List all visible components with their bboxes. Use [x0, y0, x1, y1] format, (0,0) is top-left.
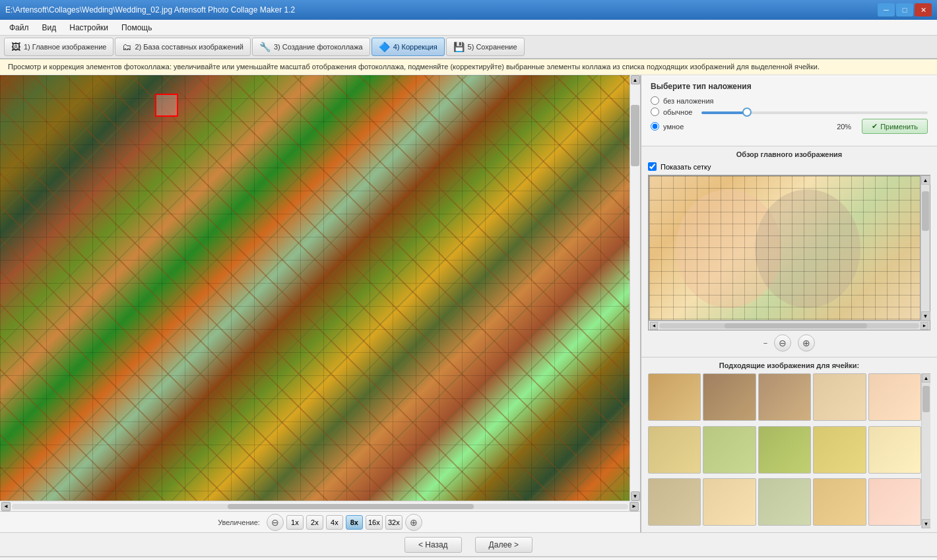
zoom-2x-button[interactable]: 2x: [306, 515, 323, 530]
minimize-button[interactable]: ─: [878, 3, 895, 16]
matching-section: Подходящие изображения для ячейки:: [641, 358, 937, 532]
maximize-button[interactable]: □: [896, 3, 913, 16]
canvas-scroll-up[interactable]: ▲: [631, 75, 640, 84]
toolbar-step1[interactable]: 🖼 1) Главное изображение: [4, 38, 113, 56]
step5-icon: 💾: [453, 42, 465, 52]
overlay-smart-row: умное 20% ✔ Применить: [651, 119, 928, 134]
step5-label: 5) Сохранение: [468, 43, 517, 51]
close-button[interactable]: ✕: [915, 3, 932, 16]
menu-file[interactable]: Файл: [3, 22, 36, 34]
menu-settings[interactable]: Настройки: [63, 22, 115, 34]
statusbar: f Like 🐦 Follow YouTube P 📷 🖼 Количество…: [0, 556, 937, 560]
toolbar-step3[interactable]: 🔧 3) Создание фотоколлажа: [252, 38, 370, 56]
matching-vscroll: ▲ ▼: [921, 373, 930, 528]
match-thumb-4[interactable]: [813, 373, 866, 421]
preview-zoom-row: − ⊖ ⊕: [648, 330, 930, 353]
preview-zoom-out[interactable]: ⊖: [774, 334, 791, 352]
step1-label: 1) Главное изображение: [24, 43, 106, 51]
match-thumb-1[interactable]: [648, 373, 701, 421]
toolbar-step2[interactable]: 🗂 2) База составных изображений: [115, 38, 250, 56]
match-thumb-15[interactable]: [868, 478, 921, 526]
forward-button[interactable]: Далее >: [475, 537, 533, 553]
collage-grid: [0, 75, 630, 501]
canvas-vscroll-thumb[interactable]: [631, 105, 639, 166]
zoom-decrease-button[interactable]: ⊖: [267, 514, 284, 531]
apply-button[interactable]: ✔ Применить: [862, 119, 928, 134]
canvas-inner: [0, 75, 630, 501]
match-thumb-12[interactable]: [703, 478, 756, 526]
canvas-scroll[interactable]: [0, 75, 630, 501]
selected-cell[interactable]: [155, 94, 178, 117]
zoom-32x-button[interactable]: 32x: [385, 515, 403, 530]
match-thumb-7[interactable]: [703, 426, 756, 474]
overlay-none-radio[interactable]: [651, 96, 659, 105]
overlay-normal-radio[interactable]: [651, 108, 659, 116]
step2-icon: 🗂: [122, 42, 131, 52]
canvas-hscroll: ◄ ►: [0, 501, 640, 511]
matching-container: ▲ ▼: [648, 373, 930, 528]
matching-scroll-up[interactable]: ▲: [922, 373, 931, 383]
match-thumb-10[interactable]: [868, 426, 921, 474]
canvas-scroll-left[interactable]: ◄: [1, 502, 11, 511]
matching-vscroll-thumb[interactable]: [922, 386, 930, 412]
preview-hscroll: ◄ ►: [649, 321, 930, 330]
canvas-hscroll-thumb[interactable]: [228, 504, 474, 509]
zoom-16x-button[interactable]: 16x: [366, 515, 383, 530]
preview-zoom-in[interactable]: ⊕: [798, 334, 815, 352]
matching-grid: [648, 373, 921, 528]
preview-vscroll-track: [921, 185, 930, 311]
back-button[interactable]: < Назад: [404, 537, 462, 553]
toolbar: 🖼 1) Главное изображение 🗂 2) База соста…: [0, 36, 937, 59]
preview-scroll-up[interactable]: ▲: [921, 175, 930, 185]
match-thumb-8[interactable]: [758, 426, 811, 474]
zoom-8x-button[interactable]: 8x: [346, 515, 363, 530]
matching-vscroll-track: [922, 383, 930, 519]
zoom-increase-button[interactable]: ⊕: [405, 514, 422, 531]
preview-scroll-left[interactable]: ◄: [650, 322, 658, 330]
zoom-1x-button[interactable]: 1x: [286, 515, 304, 530]
zoom-label: Увеличение:: [218, 518, 260, 526]
matching-scroll-down[interactable]: ▼: [922, 519, 931, 528]
show-grid-checkbox[interactable]: [648, 162, 657, 171]
match-thumb-13[interactable]: [758, 478, 811, 526]
slider-fill: [701, 111, 747, 114]
toolbar-step5[interactable]: 💾 5) Сохранение: [446, 38, 525, 56]
preview-section: Обзор главного изображения Показать сетк…: [641, 146, 937, 358]
preview-scroll-down[interactable]: ▼: [921, 311, 930, 321]
match-thumb-9[interactable]: [813, 426, 866, 474]
canvas-scroll-right[interactable]: ►: [630, 502, 639, 511]
menu-view[interactable]: Вид: [36, 22, 63, 34]
overlay-slider[interactable]: [701, 111, 928, 114]
slider-thumb[interactable]: [742, 108, 752, 117]
title-text: E:\Artensoft\Collages\Wedding\Wedding_02…: [5, 5, 878, 15]
match-thumb-6[interactable]: [648, 426, 701, 474]
show-grid-row: Показать сетку: [648, 162, 930, 171]
preview-vscroll-thumb[interactable]: [922, 191, 929, 231]
preview-container: ▲ ▼ ◄ ►: [648, 175, 930, 330]
menu-help[interactable]: Помощь: [115, 22, 158, 34]
preview-inner: ▲ ▼: [649, 175, 930, 321]
canvas-vscroll[interactable]: ▲ ▼: [630, 75, 640, 501]
preview-hscroll-thumb[interactable]: [725, 323, 868, 328]
match-thumb-2[interactable]: [703, 373, 756, 421]
overlay-smart-label: умное: [663, 123, 684, 131]
toolbar-step4[interactable]: 🔷 4) Коррекция: [372, 38, 445, 56]
collage-background: [0, 75, 630, 501]
match-thumb-3[interactable]: [758, 373, 811, 421]
step4-icon: 🔷: [379, 42, 390, 52]
show-grid-label: Показать сетку: [661, 163, 711, 171]
overlay-options: без наложения обычное умное 20%: [651, 96, 928, 134]
step3-icon: 🔧: [259, 42, 271, 52]
preview-canvas[interactable]: [649, 175, 921, 321]
zoom-4x-button[interactable]: 4x: [326, 515, 343, 530]
match-thumb-14[interactable]: [813, 478, 866, 526]
canvas-scroll-down[interactable]: ▼: [631, 491, 640, 501]
preview-scroll-right[interactable]: ►: [921, 322, 928, 330]
preview-title: Обзор главного изображения: [648, 150, 930, 158]
match-thumb-5[interactable]: [868, 373, 921, 421]
overlay-none-row: без наложения: [651, 96, 928, 105]
nav-buttons: < Назад Далее >: [0, 532, 937, 556]
overlay-smart-radio[interactable]: [651, 122, 659, 131]
match-thumb-11[interactable]: [648, 478, 701, 526]
main-content: ▲ ▼ ◄ ► Увеличение: ⊖ 1x 2x 4x 8x: [0, 75, 937, 532]
